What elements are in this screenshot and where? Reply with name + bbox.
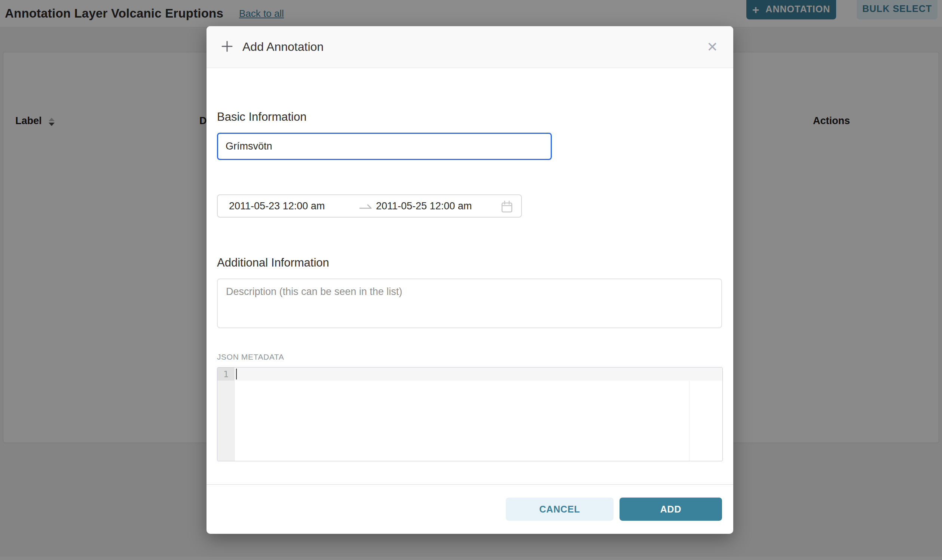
cancel-button[interactable]: CANCEL <box>506 498 614 521</box>
date-end-value[interactable]: 2011-05-25 12:00 am <box>376 200 472 212</box>
editor-gutter <box>217 368 234 461</box>
text-cursor <box>236 369 237 380</box>
date-start-value[interactable]: 2011-05-23 12:00 am <box>229 200 325 212</box>
editor-line-number: 1 <box>217 368 234 380</box>
footer-divider <box>207 484 733 485</box>
section-basic-information: Basic Information <box>217 110 307 124</box>
modal-title: Add Annotation <box>242 40 324 54</box>
json-metadata-label: JSON METADATA <box>217 352 284 362</box>
json-metadata-editor[interactable]: 1 <box>217 367 723 461</box>
close-icon[interactable]: ✕ <box>704 39 720 55</box>
description-textarea[interactable] <box>217 278 722 328</box>
add-button[interactable]: ADD <box>620 498 722 521</box>
annotation-name-input[interactable] <box>217 133 552 160</box>
plus-icon <box>220 39 234 55</box>
editor-active-line <box>235 368 722 380</box>
date-range-picker[interactable]: 2011-05-23 12:00 am 2011-05-25 12:00 am <box>217 194 522 218</box>
add-annotation-modal: Add Annotation ✕ Basic Information ANNOT… <box>207 26 733 534</box>
modal-header: Add Annotation <box>207 26 733 68</box>
section-additional-information: Additional Information <box>217 256 329 269</box>
print-margin-line <box>689 368 689 461</box>
range-arrow-icon <box>359 203 373 212</box>
calendar-icon[interactable] <box>501 200 513 215</box>
